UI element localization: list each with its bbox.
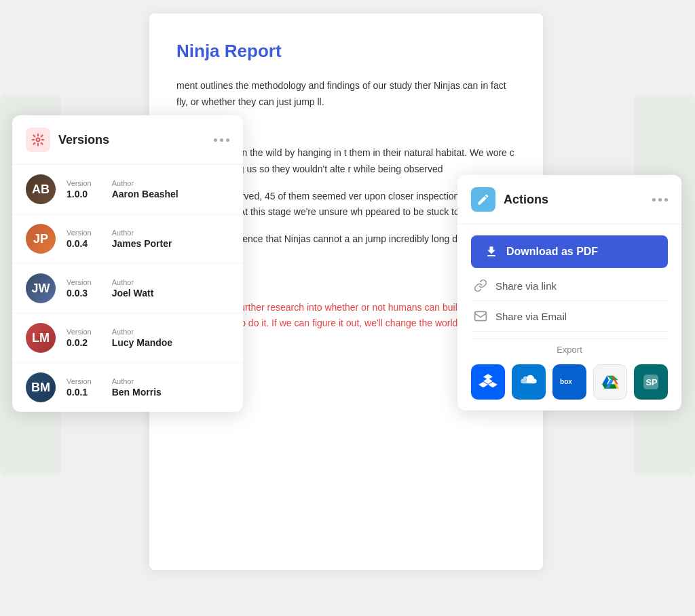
actions-dot-3 <box>664 198 668 201</box>
version-label-3: Version <box>67 278 92 286</box>
pencil-icon <box>476 193 490 206</box>
sharepoint-icon: SP <box>642 373 660 391</box>
svg-rect-1 <box>475 311 487 320</box>
export-onedrive-button[interactable] <box>512 364 546 400</box>
versions-title: Versions <box>58 133 214 147</box>
avatar-2: JP <box>26 224 56 254</box>
actions-dot-1 <box>652 198 656 201</box>
version-col-version-2: Version 0.0.4 <box>67 229 92 249</box>
version-col-version-1: Version 1.0.0 <box>67 179 92 199</box>
avatar-1: AB <box>26 174 56 204</box>
author-name-4: Lucy Mandoe <box>112 337 172 348</box>
avatar-5: BM <box>26 372 56 402</box>
author-name-5: Ben Morris <box>112 387 162 398</box>
version-col-version-4: Version 0.0.2 <box>67 328 92 348</box>
avatar-4: LM <box>26 323 56 353</box>
author-label-4: Author <box>112 328 172 336</box>
email-icon <box>474 309 487 323</box>
export-section-label: Export <box>471 339 668 355</box>
version-info-5: Version 0.0.1 Author Ben Morris <box>67 377 162 398</box>
version-label-4: Version <box>67 328 92 336</box>
export-gdrive-button[interactable] <box>593 364 627 400</box>
box-icon: box <box>560 377 579 387</box>
version-col-author-1: Author Aaron Beashel <box>112 179 179 199</box>
author-name-3: Joel Watt <box>112 288 154 299</box>
version-number-2: 0.0.4 <box>67 238 92 249</box>
version-info-2: Version 0.0.4 Author James Porter <box>67 229 172 249</box>
version-item-4[interactable]: LM Version 0.0.2 Author Lucy Mandoe <box>12 313 243 363</box>
version-info-3: Version 0.0.3 Author Joel Watt <box>67 278 153 299</box>
download-label: Download as PDF <box>506 246 598 258</box>
version-label-1: Version <box>67 179 92 187</box>
version-item-5[interactable]: BM Version 0.0.1 Author Ben Morris <box>12 363 243 412</box>
version-col-author-3: Author Joel Watt <box>112 278 154 299</box>
version-col-version-3: Version 0.0.3 <box>67 278 92 299</box>
actions-title: Actions <box>504 193 652 207</box>
author-label-5: Author <box>112 377 162 385</box>
export-box-button[interactable]: box <box>552 364 586 400</box>
export-icons-group: box SP <box>471 364 668 400</box>
versions-icon <box>26 128 50 152</box>
svg-text:SP: SP <box>645 377 658 387</box>
version-item-1[interactable]: AB Version 1.0.0 Author Aaron Beashel <box>12 165 243 214</box>
version-number-5: 0.0.1 <box>67 387 92 398</box>
version-item-2[interactable]: JP Version 0.0.4 Author James Porter <box>12 214 243 264</box>
svg-point-0 <box>37 138 40 142</box>
share-link-item[interactable]: Share via link <box>471 271 668 301</box>
versions-menu[interactable] <box>214 138 229 142</box>
version-number-3: 0.0.3 <box>67 288 92 299</box>
actions-panel: Actions Download as PDF Share via link <box>457 175 681 410</box>
doc-paragraph-1: ment outlines the methodology and findin… <box>176 78 516 111</box>
actions-dot-2 <box>658 198 662 201</box>
author-label-3: Author <box>112 278 154 286</box>
gdrive-icon <box>601 373 619 391</box>
dot-3 <box>226 138 229 142</box>
author-name-1: Aaron Beashel <box>112 189 179 199</box>
version-col-version-5: Version 0.0.1 <box>67 377 92 398</box>
version-info-4: Version 0.0.2 Author Lucy Mandoe <box>67 328 172 348</box>
dot-2 <box>220 138 223 142</box>
share-link-label: Share via link <box>495 280 557 292</box>
author-name-2: James Porter <box>112 238 172 249</box>
version-item-3[interactable]: JW Version 0.0.3 Author Joel Watt <box>12 264 243 313</box>
svg-text:box: box <box>560 378 572 385</box>
document-title: Ninja Report <box>176 41 516 62</box>
actions-header: Actions <box>457 175 681 225</box>
avatar-3: JW <box>26 273 56 303</box>
onedrive-icon <box>519 372 538 391</box>
version-col-author-4: Author Lucy Mandoe <box>112 328 172 348</box>
version-number-1: 1.0.0 <box>67 189 92 199</box>
dropbox-icon <box>478 372 497 391</box>
version-info-1: Version 1.0.0 Author Aaron Beashel <box>67 179 179 199</box>
share-email-label: Share via Email <box>495 311 567 322</box>
version-number-4: 0.0.2 <box>67 337 92 348</box>
actions-icon <box>471 187 495 212</box>
download-pdf-button[interactable]: Download as PDF <box>471 235 668 268</box>
share-email-item[interactable]: Share via Email <box>471 301 668 332</box>
author-label-2: Author <box>112 229 172 237</box>
version-label-2: Version <box>67 229 92 237</box>
actions-body: Download as PDF Share via link Share via… <box>457 225 681 410</box>
versions-svg-icon <box>31 133 45 147</box>
link-icon <box>474 279 487 292</box>
dot-1 <box>214 138 217 142</box>
export-dropbox-button[interactable] <box>471 364 505 400</box>
versions-panel: Versions AB Version 1.0.0 Author Aaron B… <box>12 115 243 412</box>
download-icon <box>485 245 498 258</box>
version-label-5: Version <box>67 377 92 385</box>
version-col-author-2: Author James Porter <box>112 229 172 249</box>
actions-menu[interactable] <box>652 198 668 201</box>
export-sharepoint-button[interactable]: SP <box>634 364 668 400</box>
author-label-1: Author <box>112 179 179 187</box>
version-col-author-5: Author Ben Morris <box>112 377 162 398</box>
versions-header: Versions <box>12 115 243 165</box>
